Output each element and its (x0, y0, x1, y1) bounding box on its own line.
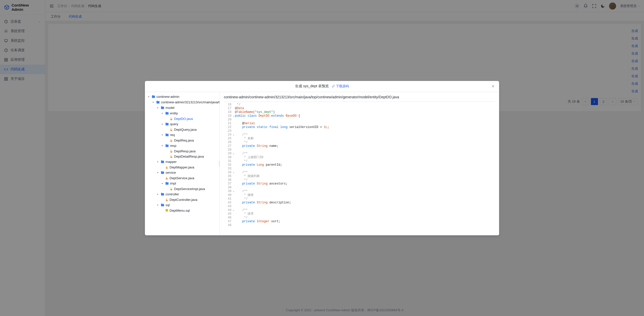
java-file-icon (170, 117, 173, 120)
download-source-link[interactable]: 下载源码 (332, 84, 349, 88)
folder-icon (165, 122, 169, 126)
line-number: 29▾ (224, 152, 231, 156)
tree-toggle-icon[interactable] (151, 101, 155, 104)
tree-node[interactable]: query (146, 121, 219, 127)
line-number: 18 (224, 110, 231, 114)
fold-marker-icon[interactable]: ▾ (233, 190, 234, 194)
tree-label: DeptDO.java (174, 117, 193, 121)
line-number: 32 (224, 163, 231, 167)
fold-marker-icon[interactable]: ▾ (233, 133, 234, 137)
tree-label: continew-admin (156, 95, 179, 99)
tree-node[interactable]: DeptMapper.java (146, 165, 219, 170)
line-number: 25 (224, 137, 231, 141)
tree-node[interactable]: req (146, 132, 219, 138)
tree-node[interactable]: DeptReq.java (146, 138, 219, 143)
fold-marker-icon[interactable]: ▾ (233, 171, 234, 175)
file-tree[interactable]: continew-admincontinew-admin/3213213/src… (145, 92, 220, 235)
close-icon[interactable] (491, 84, 495, 88)
tree-toggle-icon[interactable] (160, 144, 164, 148)
tree-toggle-icon[interactable] (156, 193, 159, 196)
code-line (235, 223, 495, 227)
tree-label: DeptReq.java (174, 139, 194, 142)
tree-node[interactable]: mapper (146, 159, 219, 165)
tree-node[interactable]: DeptMenu.sql (146, 208, 219, 213)
line-number: 44▾ (224, 208, 231, 212)
line-number: 40 (224, 193, 231, 197)
tree-node[interactable]: DeptController.java (146, 197, 219, 202)
modal-header: 生成 sys_dept 表预览 下载源码 (145, 81, 499, 92)
tree-label: impl (170, 182, 176, 185)
line-number: 45 (224, 212, 231, 216)
code-line: @Data (235, 107, 495, 110)
tree-node[interactable]: resp (146, 143, 219, 149)
tree-toggle-icon[interactable] (147, 95, 150, 99)
code-line: */ (235, 216, 495, 220)
code-line (235, 205, 495, 208)
code-line: private Integer sort; (235, 220, 495, 223)
tree-label: controller (166, 192, 179, 196)
tree-label: sql (166, 203, 170, 207)
tree-node[interactable]: DeptDO.java (146, 116, 219, 121)
link-icon (332, 85, 335, 88)
code-line (235, 186, 495, 190)
tree-node[interactable]: DeptService.java (146, 175, 219, 181)
line-number: 27 (224, 144, 231, 148)
java-file-icon (165, 198, 169, 201)
fold-marker-icon[interactable]: ▾ (233, 152, 234, 156)
tree-node[interactable]: continew-admin (146, 94, 219, 100)
tree-toggle-icon[interactable] (160, 112, 164, 115)
tree-node[interactable]: sql (146, 202, 219, 208)
line-number: 28 (224, 148, 231, 152)
tree-node[interactable]: continew-admin/3213213/src/main/java/top… (146, 100, 219, 105)
code-line (235, 118, 495, 122)
tree-toggle-icon[interactable] (160, 182, 164, 185)
folder-icon (156, 100, 160, 104)
tree-label: model (166, 106, 174, 110)
tree-label: DeptQuery.java (174, 128, 196, 131)
code-pane: continew-admin/continew-admin/3213213/sr… (220, 92, 499, 235)
tree-node[interactable]: entity (146, 111, 219, 116)
tree-node[interactable]: DeptResp.java (146, 149, 219, 154)
java-file-icon (170, 139, 173, 142)
tree-node[interactable]: DeptQuery.java (146, 127, 219, 132)
tree-node[interactable]: impl (146, 181, 219, 186)
folder-icon (160, 106, 165, 110)
download-label: 下载源码 (336, 84, 349, 88)
tree-node[interactable]: service (146, 170, 219, 175)
code-editor[interactable]: 16171819▾2021222324▾2526272829▾303132333… (224, 103, 495, 235)
code-line: private String name; (235, 144, 495, 148)
code-line: private static final long serialVersionU… (235, 125, 495, 129)
line-number: 46 (224, 216, 231, 220)
line-number: 34▾ (224, 171, 231, 174)
tree-toggle-icon[interactable] (156, 203, 159, 207)
tree-toggle-icon[interactable] (156, 106, 159, 110)
tree-toggle-icon[interactable] (156, 160, 159, 164)
folder-icon (165, 144, 169, 148)
tree-label: DeptService.java (170, 176, 194, 180)
line-number: 42 (224, 201, 231, 205)
tree-node[interactable]: DeptDetailResp.java (146, 154, 219, 159)
line-number: 43 (224, 205, 231, 208)
modal-overlay[interactable]: 生成 sys_dept 表预览 下载源码 continew-adminconti… (0, 0, 644, 316)
code-lines: */@Data@TableName("sys_dept")public clas… (233, 103, 495, 235)
line-number: 19▾ (224, 114, 231, 118)
tree-label: query (170, 122, 178, 126)
file-path: continew-admin/continew-admin/3213213/sr… (224, 95, 495, 102)
tree-toggle-icon[interactable] (160, 133, 164, 137)
java-file-icon (170, 149, 173, 153)
line-number: 23 (224, 129, 231, 133)
fold-marker-icon[interactable]: ▾ (233, 115, 234, 118)
modal-title: 生成 sys_dept 表预览 (295, 84, 329, 88)
tree-toggle-icon[interactable] (160, 122, 164, 126)
tree-label: req (170, 133, 175, 137)
tree-toggle-icon[interactable] (156, 171, 159, 174)
line-number: 24▾ (224, 133, 231, 137)
tree-node[interactable]: DeptServiceImpl.java (146, 186, 219, 192)
code-line: /** (235, 171, 495, 174)
tree-label: resp (170, 144, 176, 148)
code-line (235, 148, 495, 152)
tree-node[interactable]: model (146, 105, 219, 111)
fold-marker-icon[interactable]: ▾ (233, 209, 234, 213)
tree-node[interactable]: controller (146, 192, 219, 197)
line-number: 47 (224, 220, 231, 223)
